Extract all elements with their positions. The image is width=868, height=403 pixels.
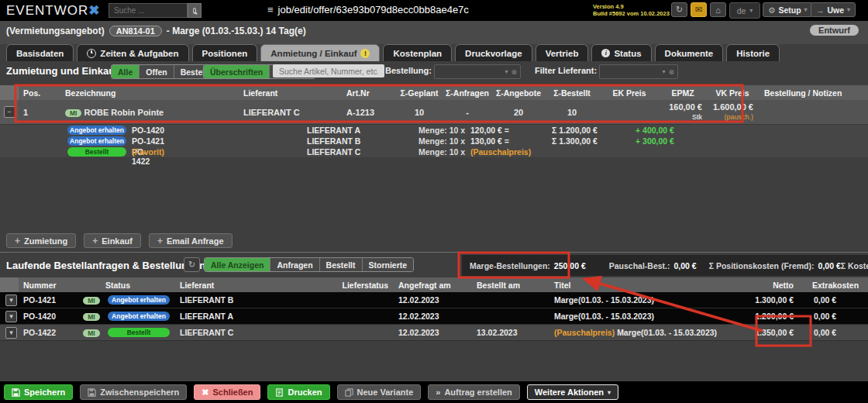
setup-menu-button[interactable]: ⚙Setup▾: [763, 2, 813, 17]
action-bar: Speichern Zwischenspeichern ✖Schließen D…: [0, 381, 868, 403]
tab-zeiten-aufgaben[interactable]: Zeiten & Aufgaben: [77, 44, 188, 61]
offer-supplier: LIEFERANT A: [307, 126, 360, 135]
position-row[interactable]: − 1 MI ROBE Robin Pointe LIEFERANT C A-1…: [0, 100, 868, 124]
tab-status[interactable]: iStatus: [591, 44, 651, 61]
tab-vertrieb[interactable]: Vertrieb: [536, 44, 589, 61]
tab-dokumente[interactable]: Dokumente: [655, 44, 724, 61]
zwischenspeichern-button[interactable]: Zwischenspeichern: [80, 384, 187, 400]
chevron-down-icon: ▾: [662, 68, 665, 75]
qty-offers: 20: [493, 108, 544, 117]
tab-druckvorlage[interactable]: Druckvorlage: [455, 44, 532, 61]
global-search-button[interactable]: [188, 3, 202, 18]
order-row[interactable]: ▾ PO-1420 MI Angebot erhalten LIEFERANT …: [0, 308, 868, 325]
schliessen-button[interactable]: ✖Schließen: [194, 384, 260, 400]
email-anfrage-button[interactable]: +Email Anfrage: [149, 233, 232, 248]
col-titel: Titel: [548, 281, 749, 290]
filter-offen-button[interactable]: Offen: [139, 65, 173, 78]
tab-positionen[interactable]: Positionen: [192, 44, 258, 61]
chevron-down-icon: ▾: [847, 6, 850, 13]
offer-supplier: LIEFERANT C: [307, 147, 360, 157]
clear-icon[interactable]: ⊗: [668, 68, 674, 76]
order-netto: 1.350,00 €: [749, 328, 798, 337]
refresh-button[interactable]: ↻: [671, 2, 687, 17]
orders-table: Nummer Status Lieferant Lieferstatus Ang…: [0, 277, 868, 341]
qty-planned: 10: [397, 108, 442, 117]
tab-kostenplan[interactable]: Kostenplan: [383, 44, 452, 61]
col-lieferant: Lieferant: [172, 281, 312, 290]
col-geplant: Σ-Geplant: [397, 88, 442, 98]
zumietung-table: Pos. Bezeichnung Lieferant Art.Nr Σ-Gepl…: [0, 85, 868, 157]
add-einkauf-button[interactable]: +Einkauf: [84, 233, 141, 248]
eventworx-app: EVENTWOR✖ ≡job/edit/offer/63e93b079d8ecc…: [0, 0, 868, 403]
order-extrakosten: 0,00 €: [798, 328, 868, 337]
user-menu-button[interactable]: →Uwe▾: [811, 2, 856, 17]
plus-icon: +: [157, 236, 163, 246]
col-lieferant: Lieferant: [239, 88, 342, 98]
expand-icon[interactable]: ▾: [5, 327, 17, 339]
offer-row[interactable]: Bestellt PO-1422 (Favorit) LIEFERANT C M…: [0, 147, 868, 157]
order-title: (Pauschalpreis) Marge(01.03. - 15.03.202…: [548, 328, 749, 337]
orders-filter-alle-button[interactable]: Alle Anzeigen: [205, 258, 270, 271]
drucken-button[interactable]: Drucken: [267, 384, 329, 400]
weitere-aktionen-button[interactable]: Weitere Aktionen▾: [527, 384, 618, 400]
chevron-down-icon: ▾: [608, 389, 611, 396]
order-title: Marge(01.03. - 15.03.2023): [548, 295, 749, 305]
chevron-down-icon: ▾: [749, 7, 753, 14]
bestellung-select[interactable]: ▾⊗: [434, 64, 521, 79]
order-supplier: LIEFERANT A: [172, 312, 312, 321]
offer-row[interactable]: Angebot erhalten PO-1421 LIEFERANT B Men…: [0, 136, 868, 146]
orders-refresh-button[interactable]: ↻: [184, 257, 200, 272]
tab-basisdaten[interactable]: Basisdaten: [6, 44, 74, 61]
clear-icon[interactable]: ⊗: [511, 68, 517, 76]
article-name: ROBE Robin Pointe: [84, 108, 164, 117]
col-status: Status: [105, 281, 172, 290]
order-netto: 1.200,00 €: [749, 312, 798, 321]
offer-subrows: Angebot erhalten PO-1420 LIEFERANT A Men…: [0, 124, 868, 157]
orders-filter-stornierte-button[interactable]: Stornierte: [362, 258, 414, 271]
gear-icon: ⚙: [768, 5, 775, 15]
filter-ueberschriften-button[interactable]: Überschriften: [204, 65, 269, 78]
offer-row[interactable]: Angebot erhalten PO-1420 LIEFERANT A Men…: [0, 126, 868, 136]
route-breadcrumb: ≡job/edit/offer/63e93b079d8ecc0bb8ae4e7c: [267, 4, 469, 16]
filter-alle-button[interactable]: Alle: [112, 65, 139, 78]
pauschalpreis-label: (Pauschalpreis): [554, 328, 615, 337]
info-icon: i: [601, 49, 610, 57]
col-bestellt-am: Bestellt am: [470, 281, 548, 290]
speichern-button[interactable]: Speichern: [4, 384, 73, 400]
tab-historie[interactable]: Historie: [726, 44, 780, 61]
mail-button[interactable]: ✉: [691, 2, 707, 17]
order-ordered-date: 13.02.2023: [470, 328, 548, 337]
col-extrakosten: Extrakosten: [798, 281, 868, 290]
order-status-badge: Angebot erhalten: [108, 312, 170, 321]
article-search-input[interactable]: [273, 64, 384, 78]
position-number: 1: [19, 108, 60, 117]
copy-icon: [345, 388, 353, 397]
offer-qty: Menge: 10 x: [418, 136, 465, 146]
document-title-row: (Vermietungsangebot) AN814-01 - Marge (0…: [0, 21, 868, 44]
tab-anmietung-einkauf[interactable]: Anmietung / Einkauf!: [260, 44, 380, 61]
double-arrow-icon: »: [436, 388, 440, 397]
total-marge: Marge-Bestellungen:250,00 €: [470, 261, 586, 270]
add-zumietung-button[interactable]: +Zumietung: [6, 233, 76, 248]
orders-filter-bestellt-button[interactable]: Bestellt: [319, 258, 362, 271]
order-number: PO-1421: [19, 295, 78, 305]
expand-icon[interactable]: ▾: [5, 294, 17, 306]
orders-section-header: Laufende Bestellanfragen & Bestellungen …: [0, 255, 868, 277]
lieferant-select[interactable]: ▾⊗: [599, 64, 678, 79]
offer-unit-price: 130,00 € =: [470, 136, 509, 146]
mi-badge: MI: [83, 313, 99, 321]
collapse-icon[interactable]: −: [4, 106, 16, 118]
order-row[interactable]: ▾ PO-1422 MI Bestellt LIEFERANT C 12.02.…: [0, 325, 868, 341]
order-row[interactable]: ▾ PO-1421 MI Angebot erhalten LIEFERANT …: [0, 292, 868, 308]
favorit-label: (Favorit): [132, 147, 164, 157]
language-select[interactable]: de▾: [729, 2, 760, 19]
home-button[interactable]: ⌂: [710, 2, 726, 17]
order-status-badge: Bestellt: [108, 328, 170, 337]
neue-variante-button[interactable]: Neue Variante: [337, 384, 422, 400]
offer-qty: Menge: 10 x: [418, 147, 465, 157]
expand-icon[interactable]: ▾: [5, 311, 17, 322]
auftrag-erstellen-button[interactable]: »Auftrag erstellen: [428, 384, 520, 400]
orders-filter-anfragen-button[interactable]: Anfragen: [270, 258, 319, 271]
chevron-down-icon: ▾: [804, 6, 808, 13]
global-search-input[interactable]: [108, 3, 188, 18]
